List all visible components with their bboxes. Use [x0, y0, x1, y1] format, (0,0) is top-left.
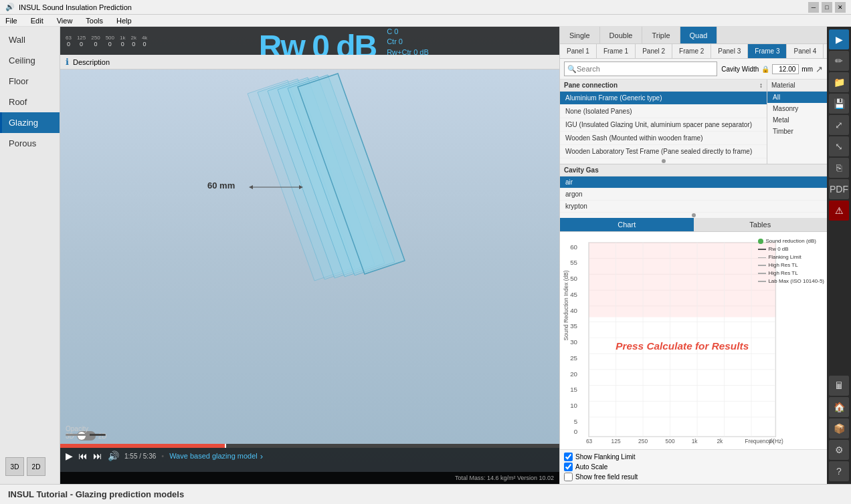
menu-file[interactable]: File: [3, 17, 20, 25]
minimize-button[interactable]: ─: [808, 2, 819, 13]
play-button[interactable]: ▶: [66, 451, 73, 461]
sidebar-item-floor[interactable]: Floor: [0, 71, 60, 92]
sidebar-item-ceiling[interactable]: Ceiling: [0, 50, 60, 71]
panel-tab-3[interactable]: Panel 3: [711, 44, 748, 58]
sidebar-item-wall[interactable]: Wall: [0, 29, 60, 50]
search-input[interactable]: [577, 65, 714, 73]
autoscale-checkbox[interactable]: [564, 463, 573, 471]
playback-buttons: ▶ ⏮ ⏭ 🔊 1:55 / 5:36 • Wave based glazing…: [60, 448, 559, 464]
time-display: 1:55 / 5:36: [124, 453, 156, 460]
svg-text:50: 50: [570, 275, 577, 282]
house-rs-button[interactable]: 🏠: [829, 397, 849, 417]
tab-tables[interactable]: Tables: [694, 218, 828, 231]
sidebar-bottom: 3D 2D: [0, 452, 60, 481]
description-icon[interactable]: ℹ: [66, 57, 69, 67]
main-container: Wall Ceiling Floor Roof Glazing Porous 3…: [0, 27, 851, 484]
cavity-gas-section: Cavity Gas air argon krypton: [560, 164, 827, 218]
play-rs-button[interactable]: ▶: [829, 29, 849, 49]
scale2-rs-button[interactable]: ⤡: [829, 136, 849, 156]
pane-item-1[interactable]: None (Isolated Panes): [560, 105, 767, 118]
material-masonry[interactable]: Masonry: [767, 103, 827, 114]
menu-tools[interactable]: Tools: [83, 17, 106, 25]
gas-item-air[interactable]: air: [560, 176, 827, 188]
menu-bar: File Edit View Tools Help: [0, 15, 851, 27]
pane-item-2[interactable]: IGU (Insulated Glazing Unit, aluminium s…: [560, 118, 767, 132]
panel-tab-frame3[interactable]: Frame 3: [748, 44, 787, 58]
search-input-wrap[interactable]: 🔍: [564, 61, 717, 76]
maximize-button[interactable]: □: [822, 2, 832, 13]
volume-button[interactable]: 🔊: [108, 451, 119, 461]
playback-bar[interactable]: [60, 444, 559, 448]
gas-item-argon[interactable]: argon: [560, 188, 827, 201]
sidebar-item-roof[interactable]: Roof: [0, 92, 60, 112]
material-metal[interactable]: Metal: [767, 114, 827, 126]
opacity-slider[interactable]: [66, 434, 106, 436]
panel-tab-frame2[interactable]: Frame 2: [672, 44, 711, 58]
view-2d-button[interactable]: 2D: [27, 457, 45, 476]
box-rs-button[interactable]: 📦: [829, 418, 849, 438]
pane-item-3[interactable]: Wooden Sash (Mounted within wooden frame…: [560, 132, 767, 145]
press-calculate-text: Press Calculate for Results: [616, 340, 749, 352]
main-tabs-row: Single Double Triple Quad: [560, 27, 827, 44]
view-3d-button[interactable]: 3D: [5, 457, 24, 476]
panel-tab-frame1[interactable]: Frame 1: [597, 44, 636, 58]
gas-item-krypton[interactable]: krypton: [560, 201, 827, 213]
export-icon[interactable]: ↗: [816, 64, 823, 74]
sidebar-item-glazing[interactable]: Glazing: [0, 112, 60, 133]
svg-text:Sound Reduction Index (dB): Sound Reduction Index (dB): [563, 270, 569, 340]
lock-icon: 🔒: [761, 66, 769, 73]
pane-material-container: Pane connection ↕ Aluminium Frame (Gener…: [560, 80, 827, 164]
divider-dot: [662, 159, 666, 163]
help-rs-button[interactable]: ?: [829, 461, 849, 481]
svg-text:125: 125: [611, 438, 621, 445]
tab-double[interactable]: Double: [600, 27, 643, 43]
title-bar-controls[interactable]: ─ □ ✕: [808, 2, 846, 13]
pdf-rs-button[interactable]: PDF: [829, 179, 849, 199]
warn-rs-button[interactable]: ⚠: [829, 201, 849, 221]
svg-text:40: 40: [570, 307, 577, 314]
legend-sound-reduction: Sound reduction (dB): [758, 237, 824, 245]
menu-help[interactable]: Help: [114, 17, 134, 25]
title-bar: 🔊 INSUL Sound Insulation Prediction ─ □ …: [0, 0, 851, 15]
panel-tab-4[interactable]: Panel 4: [787, 44, 824, 58]
copy-rs-button[interactable]: ⎘: [829, 158, 849, 178]
svg-text:5: 5: [574, 418, 578, 425]
checkbox-autoscale[interactable]: Auto Scale: [564, 463, 823, 471]
panel-tab-1[interactable]: Panel 1: [560, 44, 597, 58]
gear-rs-button[interactable]: ⚙: [829, 440, 849, 460]
panel-tab-2[interactable]: Panel 2: [636, 44, 672, 58]
pane-item-0[interactable]: Aluminium Frame (Generic type): [560, 92, 767, 105]
legend-dot-sound: [758, 239, 763, 244]
skip-back-button[interactable]: ⏮: [78, 451, 88, 461]
freq-col-250: 250 0: [91, 35, 100, 47]
video-arrow-icon[interactable]: ›: [260, 451, 263, 461]
material-timber[interactable]: Timber: [767, 126, 827, 137]
calc-rs-button[interactable]: 🖩: [829, 376, 849, 396]
sidebar-item-porous[interactable]: Porous: [0, 133, 60, 154]
menu-view[interactable]: View: [54, 17, 76, 25]
svg-text:250: 250: [638, 438, 648, 445]
scale-rs-button[interactable]: ⤢: [829, 115, 849, 135]
svg-text:45: 45: [570, 291, 577, 298]
skip-forward-button[interactable]: ⏭: [93, 451, 102, 461]
freq-col-1k: 1k 0: [120, 35, 125, 47]
edit-rs-button[interactable]: ✏: [829, 51, 849, 71]
material-all[interactable]: All: [767, 92, 827, 103]
freefield-checkbox[interactable]: [564, 473, 573, 481]
save-rs-button[interactable]: 💾: [829, 94, 849, 114]
pane-item-4[interactable]: Wooden Laboratory Test Frame (Pane seale…: [560, 145, 767, 158]
panel-tabs-row: Panel 1 Frame 1 Panel 2 Frame 2 Panel 3 …: [560, 44, 827, 59]
checkbox-freefield[interactable]: Show free field result: [564, 473, 823, 481]
checkbox-flanking[interactable]: Show Flanking Limit: [564, 453, 823, 461]
close-button[interactable]: ✕: [835, 2, 846, 13]
freq-col-500: 500 0: [106, 35, 114, 47]
flanking-checkbox[interactable]: [564, 453, 573, 461]
cavity-width-input[interactable]: [772, 64, 799, 74]
tab-chart[interactable]: Chart: [560, 218, 694, 231]
tab-quad[interactable]: Quad: [680, 27, 718, 43]
cavity-width-row: Cavity Width 🔒 mm ↗: [721, 64, 823, 74]
menu-edit[interactable]: Edit: [28, 17, 46, 25]
tab-triple[interactable]: Triple: [642, 27, 680, 43]
folder-rs-button[interactable]: 📁: [829, 72, 849, 92]
tab-single[interactable]: Single: [560, 27, 600, 43]
